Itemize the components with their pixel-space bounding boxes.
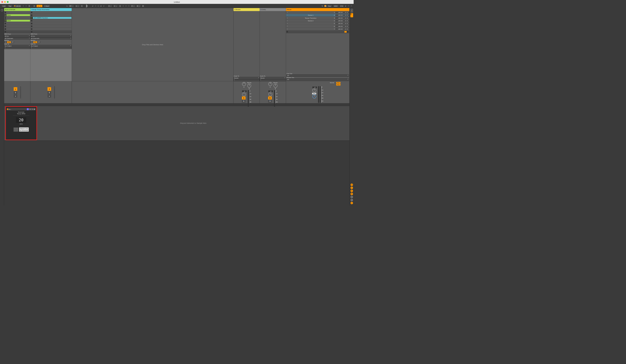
- quantize-menu[interactable]: 1 Bar ▾: [43, 5, 50, 7]
- return-a-solo[interactable]: S: [242, 100, 246, 103]
- pan-knob[interactable]: [268, 92, 272, 96]
- cue-out-select[interactable]: 1/2: [287, 75, 349, 77]
- device-save-icon[interactable]: ⊟: [29, 108, 31, 110]
- drop-files-area[interactable]: Drop Files and Devices Here: [72, 8, 234, 81]
- monitor-auto[interactable]: Auto: [7, 41, 11, 43]
- device-hot-swap-icon[interactable]: ↻: [31, 108, 33, 110]
- loop-start-beat[interactable]: 1 .: [113, 5, 117, 7]
- scene-time-sig[interactable]: 4 / 4: [344, 17, 350, 19]
- browser-toggle-icon[interactable]: ▾: [1, 9, 3, 11]
- key-map-button[interactable]: Key: [327, 5, 332, 7]
- device-bpm-value[interactable]: 20: [16, 117, 26, 123]
- return-b-header[interactable]: B Delay: [260, 8, 286, 11]
- loop-len-beat[interactable]: 0 .: [136, 5, 141, 7]
- midi-map-button[interactable]: MIDI: [333, 5, 339, 7]
- metronome-button[interactable]: ● ○ ▾: [37, 5, 42, 7]
- scene-tempo[interactable]: 140.00: [336, 23, 343, 24]
- crossfader-knob[interactable]: [313, 94, 316, 98]
- clip-slot[interactable]: [4, 22, 30, 25]
- scene-launch-icon[interactable]: [345, 31, 347, 33]
- device-fold-icon[interactable]: ▣: [34, 108, 36, 110]
- clip-slot[interactable]: [30, 14, 72, 17]
- drop-device-area[interactable]: Drop an Instrument or Sample Here: [37, 106, 350, 140]
- master-out-select[interactable]: 1/2: [287, 78, 349, 81]
- view-toggle-c[interactable]: C: [351, 202, 353, 204]
- scene-name[interactable]: Tempo Transition: [289, 17, 333, 19]
- scene-launch-button[interactable]: [286, 14, 289, 16]
- clip-slot[interactable]: [30, 28, 72, 30]
- scene-tempo[interactable]: 140.00: [336, 28, 343, 30]
- scene-time-sig[interactable]: 4 / 4: [344, 20, 350, 22]
- view-toggle-x[interactable]: X: [351, 199, 353, 201]
- scene-launch-button[interactable]: [286, 26, 289, 27]
- stop-all-scenes[interactable]: ▸≡: [286, 30, 350, 33]
- scene-tempo[interactable]: 120.00: [336, 14, 343, 16]
- cpu-menu-button[interactable]: ▾: [345, 5, 347, 7]
- punch-out-button[interactable]: [128, 5, 130, 7]
- scene-row[interactable]: 6140.004 / 4: [286, 25, 350, 28]
- clip-slot[interactable]: [30, 11, 72, 14]
- session-rec-button[interactable]: ○: [103, 5, 105, 7]
- scene-launch-button[interactable]: [286, 12, 289, 13]
- track-activator-1[interactable]: 1: [14, 87, 17, 91]
- scene-row[interactable]: Tempo Transition3140.004 / 4: [286, 17, 350, 19]
- scene-row[interactable]: Scene 12120.004 / 4: [286, 14, 350, 17]
- scene-time-sig[interactable]: 4 / 4: [344, 28, 350, 30]
- track-activator-2[interactable]: 2: [47, 87, 51, 91]
- view-toggle-d[interactable]: D: [351, 196, 353, 198]
- loop-button[interactable]: [125, 5, 127, 7]
- view-toggle-s[interactable]: S: [351, 187, 353, 189]
- session-arrange-toggle[interactable]: ≡: [351, 8, 353, 13]
- scene-tempo[interactable]: 140.00: [336, 20, 343, 22]
- clip-slot[interactable]: [4, 17, 30, 19]
- scene-row[interactable]: 5140.004 / 4: [286, 22, 350, 25]
- clip-slot[interactable]: [4, 28, 30, 30]
- monitor-off[interactable]: Off: [38, 41, 40, 43]
- scene-row[interactable]: Scene 24140.004 / 4: [286, 19, 350, 22]
- scene-time-sig[interactable]: 4 / 4: [344, 14, 350, 16]
- post-button-b[interactable]: Post: [336, 84, 340, 86]
- clip-slot[interactable]: [4, 11, 30, 14]
- arm-button-2[interactable]: ●: [47, 94, 51, 97]
- device-titlebar[interactable]: Au... ⊟ ↻ ▣: [7, 108, 36, 110]
- time-sig-num[interactable]: 4: [28, 5, 31, 7]
- midi-from-select[interactable]: All Ins: [30, 35, 72, 37]
- pan-knob[interactable]: [242, 92, 246, 96]
- scene-time-sig[interactable]: 4 / 4: [344, 25, 350, 27]
- loop-len-bar[interactable]: 4 .: [131, 5, 135, 7]
- capture-button[interactable]: ⊡: [100, 5, 102, 7]
- scene-launch-button[interactable]: [286, 17, 289, 19]
- scene-launch-button[interactable]: [286, 23, 289, 24]
- clip-slot[interactable]: [4, 25, 30, 28]
- track-header-2[interactable]: Change Tempo Automation: [30, 8, 72, 11]
- audio-to-select[interactable]: Master: [234, 77, 260, 79]
- minimize-icon[interactable]: [4, 1, 6, 3]
- scene-time-sig[interactable]: 4 / 4: [344, 23, 350, 24]
- return-b-activator[interactable]: B: [268, 96, 272, 99]
- zoom-icon[interactable]: [7, 1, 8, 3]
- scene-launch-mode-icon[interactable]: ▸≡: [347, 31, 349, 33]
- scene-name[interactable]: Scene 2: [289, 20, 333, 22]
- midi-to-ch[interactable]: [4, 47, 30, 49]
- view-toggle-r[interactable]: R: [351, 190, 353, 192]
- track-header-1[interactable]: Music Example: [4, 8, 30, 11]
- loop-start-bar[interactable]: 3 .: [108, 5, 112, 7]
- draw-mode-button[interactable]: ✎: [321, 5, 323, 7]
- audio-to-ch[interactable]: [234, 79, 260, 81]
- clip-slot[interactable]: [30, 25, 72, 28]
- return-a-activator[interactable]: A: [242, 96, 246, 99]
- audio-to-ch[interactable]: [260, 79, 286, 81]
- reenable-auto-button[interactable]: ←: [97, 5, 99, 7]
- return-a-header[interactable]: A Reverb: [234, 8, 260, 11]
- tempo-field[interactable]: 140.00: [13, 5, 22, 7]
- return-b-solo[interactable]: S: [268, 100, 272, 103]
- scene-launch-button[interactable]: [286, 28, 289, 30]
- send-a-knob[interactable]: [242, 82, 246, 86]
- audio-to-select[interactable]: Master: [260, 77, 286, 79]
- monitor-in[interactable]: In: [31, 41, 33, 43]
- tap-button[interactable]: Tap: [8, 5, 12, 7]
- midi-ch-select[interactable]: All Channels: [30, 37, 72, 40]
- follow-button[interactable]: →•: [66, 5, 68, 7]
- clip-slot[interactable]: 120-140BPM Transition: [30, 17, 72, 19]
- scene-row[interactable]: 7140.004 / 4: [286, 28, 350, 30]
